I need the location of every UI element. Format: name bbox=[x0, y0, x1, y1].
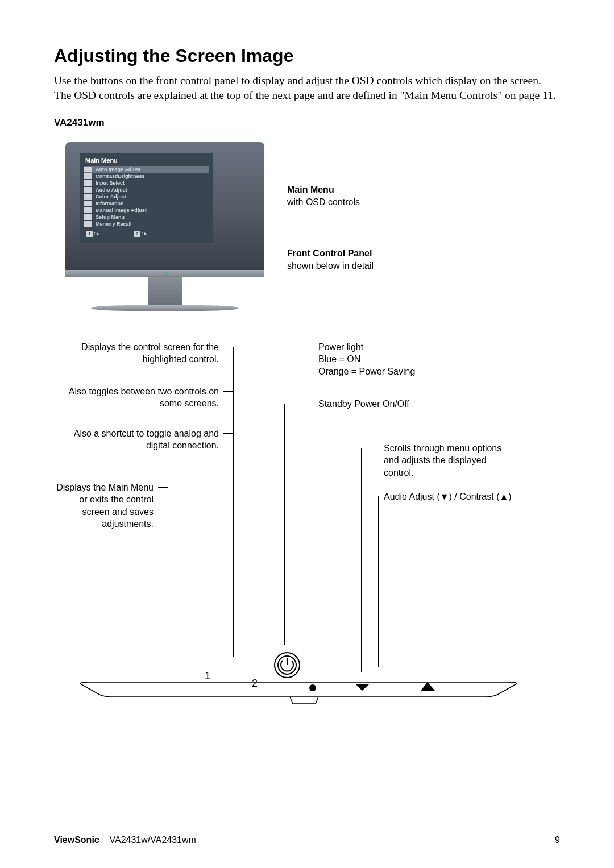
connector-line bbox=[223, 391, 233, 392]
monitor-screen: Main Menu Auto Image Adjust Contrast/Bri… bbox=[65, 142, 264, 270]
osd-item-label: Contrast/Brightness bbox=[96, 173, 145, 179]
osd-item: Memory Recall bbox=[84, 221, 209, 227]
callout-analog-digital: Also a shortcut to toggle analog and dig… bbox=[54, 427, 219, 452]
main-menu-sub: with OSD controls bbox=[287, 197, 374, 207]
connector-line bbox=[310, 347, 310, 678]
callout-scrolls: Scrolls through menu options and adjusts… bbox=[384, 442, 509, 479]
button-2-label: 2 bbox=[252, 678, 258, 689]
osd-item-label: Input Select bbox=[96, 180, 125, 186]
osd-item: Contrast/Brightness bbox=[84, 173, 209, 180]
connector-line bbox=[284, 404, 317, 404]
connector-line bbox=[223, 433, 233, 434]
osd-icon bbox=[84, 207, 92, 213]
callout-power-light: Power light Blue = ON Orange = Power Sav… bbox=[318, 341, 415, 378]
button-1-label: 1 bbox=[205, 670, 210, 682]
footer-brand: ViewSonic bbox=[54, 835, 99, 845]
down-arrow-icon bbox=[355, 684, 370, 691]
osd-icon bbox=[84, 167, 92, 172]
footer-left: ViewSonic VA2431w/VA2431wm bbox=[54, 835, 196, 845]
monitor-base bbox=[91, 305, 239, 311]
callout-standby: Standby Power On/Off bbox=[318, 398, 409, 410]
up-arrow-icon bbox=[421, 682, 435, 691]
front-panel-label: Front Control Panel shown below in detai… bbox=[287, 248, 374, 271]
page-footer: ViewSonic VA2431w/VA2431wm 9 bbox=[54, 835, 560, 845]
osd-footer-num: 1 bbox=[86, 231, 93, 237]
callout-display-control: Displays the control screen for the high… bbox=[54, 341, 219, 366]
connector-line bbox=[361, 448, 362, 672]
osd-icon bbox=[84, 173, 92, 179]
osd-item-label: Memory Recall bbox=[96, 221, 132, 227]
footer-models: VA2431w/VA2431wm bbox=[110, 835, 196, 845]
side-labels: Main Menu with OSD controls Front Contro… bbox=[287, 185, 374, 312]
osd-footer-sep: : ▸ bbox=[94, 231, 100, 236]
monitor-led-icon bbox=[165, 272, 167, 274]
osd-title: Main Menu bbox=[84, 157, 209, 164]
page-number: 9 bbox=[555, 835, 560, 845]
power-light-orange: Orange = Power Saving bbox=[318, 366, 415, 378]
osd-icon bbox=[84, 187, 92, 193]
monitor-section: Main Menu Auto Image Adjust Contrast/Bri… bbox=[54, 142, 560, 318]
osd-item: Audio Adjust bbox=[84, 186, 209, 193]
osd-item: Input Select bbox=[84, 180, 209, 186]
callout-main-menu-exit: Displays the Main Menu or exits the cont… bbox=[54, 481, 154, 530]
osd-icon bbox=[84, 214, 92, 220]
connector-line bbox=[310, 347, 317, 347]
model-label: VA2431wm bbox=[54, 117, 560, 128]
page-title: Adjusting the Screen Image bbox=[54, 45, 560, 67]
intro-text: Use the buttons on the front control pan… bbox=[54, 73, 560, 103]
osd-icon bbox=[84, 201, 92, 206]
osd-icon bbox=[84, 194, 92, 200]
osd-item: Manual Image Adjust bbox=[84, 207, 209, 214]
power-led-icon bbox=[309, 684, 316, 691]
osd-item: Auto Image Adjust bbox=[84, 166, 209, 173]
front-panel-sub: shown below in detail bbox=[287, 261, 374, 271]
osd-icon bbox=[84, 221, 92, 227]
front-panel-illustration: 1 2 bbox=[65, 642, 532, 716]
osd-footer-num: 2 bbox=[134, 231, 140, 237]
osd-item: Setup Menu bbox=[84, 214, 209, 221]
power-light-blue: Blue = ON bbox=[318, 353, 415, 366]
osd-item: Information bbox=[84, 200, 209, 207]
connector-line bbox=[158, 487, 168, 488]
connector-line bbox=[284, 404, 285, 645]
osd-item-label: Information bbox=[96, 201, 124, 206]
osd-item-label: Setup Menu bbox=[96, 214, 125, 220]
osd-footer-sep: : ▸ bbox=[142, 231, 148, 236]
connector-line bbox=[378, 496, 379, 667]
osd-item-label: Color Adjust bbox=[96, 194, 126, 200]
front-panel-title: Front Control Panel bbox=[287, 248, 374, 259]
main-menu-title: Main Menu bbox=[287, 185, 374, 195]
monitor-illustration: Main Menu Auto Image Adjust Contrast/Bri… bbox=[65, 142, 264, 307]
callout-toggle-controls: Also toggles between two controls on som… bbox=[54, 385, 219, 410]
main-menu-label: Main Menu with OSD controls bbox=[287, 185, 374, 207]
power-light-label: Power light bbox=[318, 341, 415, 354]
osd-item-label: Manual Image Adjust bbox=[96, 207, 147, 213]
osd-item-label: Auto Image Adjust bbox=[96, 167, 140, 172]
connector-line bbox=[233, 347, 234, 657]
osd-footer: 1: ▸ 2: ▸ bbox=[84, 231, 209, 237]
osd-item: Color Adjust bbox=[84, 193, 209, 200]
osd-panel: Main Menu Auto Image Adjust Contrast/Bri… bbox=[80, 153, 213, 243]
connector-line bbox=[378, 496, 383, 496]
diagram-section: Displays the control screen for the high… bbox=[54, 341, 560, 784]
monitor-bezel bbox=[65, 270, 264, 277]
connector-line bbox=[223, 347, 233, 347]
connector-line bbox=[361, 448, 383, 448]
monitor-stand bbox=[148, 277, 182, 305]
osd-item-label: Audio Adjust bbox=[96, 187, 127, 193]
callout-audio-contrast: Audio Adjust (▼) / Contrast (▲) bbox=[384, 491, 512, 503]
osd-icon bbox=[84, 180, 92, 186]
